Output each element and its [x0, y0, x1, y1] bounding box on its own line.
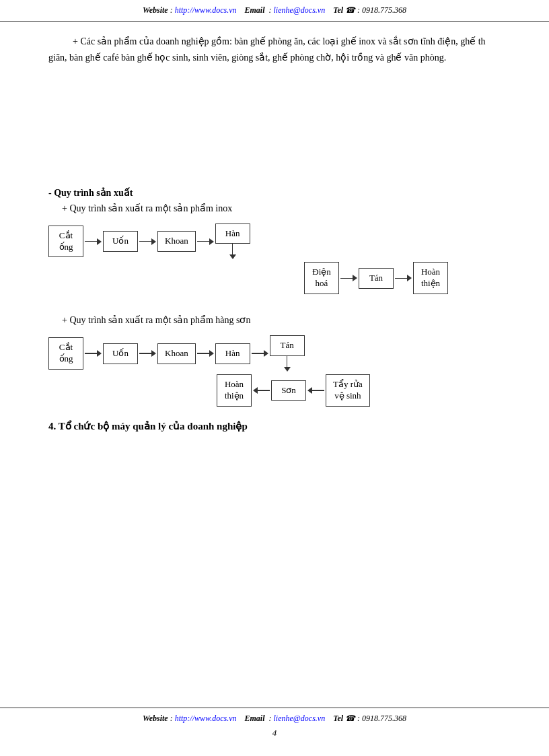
content-area: + Các sản phẩm của doanh nghiệp gồm: bàn…: [0, 22, 549, 486]
diagram2: Cắtống Uốn Khoan Hàn: [48, 335, 501, 407]
diagram2-row2: Hoànthiện Sơn Tẩy rửavệ sinh: [217, 374, 501, 407]
header-tel-number: 0918.775.368: [362, 5, 406, 15]
diag1-box-tan: Tán: [359, 268, 394, 289]
diag1-box-dien-hoa: Điệnhoá: [304, 262, 339, 294]
section4-title: 4. Tổ chức bộ máy quản lý của doanh nghi…: [48, 420, 501, 432]
header-email-label: Email: [244, 5, 264, 15]
footer-website-url[interactable]: http://www.docs.vn: [175, 714, 237, 723]
diag1-box-khoan: Khoan: [157, 231, 196, 252]
header: Website : http://www.docs.vn Email : lie…: [0, 0, 549, 22]
diag2-tan-col: Tán: [270, 335, 305, 372]
footer-website-label: Website: [143, 714, 168, 723]
diag1-arrow5: [395, 275, 412, 281]
page-number: 4: [27, 728, 522, 738]
diagram1-row2: Điệnhoá Tán Hoànthiện: [304, 262, 501, 294]
section-production: - Quy trình sản xuất + Quy trình sản xuấ…: [48, 187, 501, 432]
diag2-box-han: Hàn: [215, 343, 250, 364]
diag1-arrow1: [85, 238, 102, 245]
footer-email[interactable]: lienhe@docs.vn: [274, 714, 326, 723]
footer-email-label: Email: [244, 714, 264, 723]
diag1-han-col: Hàn: [215, 224, 250, 260]
diag2-box-khoan: Khoan: [157, 343, 196, 364]
production-sub2: + Quy trình sản xuất ra một sản phẩm hàn…: [62, 314, 501, 326]
header-tel-label: Tel: [333, 5, 343, 15]
intro-text: + Các sản phẩm của doanh nghiệp gồm: bàn…: [48, 34, 501, 66]
diagram2-row1: Cắtống Uốn Khoan Hàn: [48, 335, 501, 372]
diag1-box-cat-ong: Cắtống: [48, 226, 83, 258]
diag2-box-cat-ong: Cắtống: [48, 337, 83, 370]
diag1-arrow4: [340, 275, 357, 281]
header-email[interactable]: lienhe@docs.vn: [274, 5, 326, 15]
diag2-arrow1: [85, 350, 102, 357]
diag1-box-hoan-thien: Hoànthiện: [413, 262, 448, 294]
diag2-box-son: Sơn: [271, 380, 306, 401]
diag1-arrow2: [139, 238, 156, 245]
diag2-box-hoan-thien: Hoànthiện: [217, 374, 252, 407]
diag1-box-uon: Uốn: [103, 231, 138, 252]
diagram1-row1: Cắtống Uốn Khoan Hàn: [48, 224, 501, 260]
footer-tel-icon: ☎: [345, 714, 355, 723]
diag2-box-tan: Tán: [270, 335, 305, 356]
production-sub1: + Quy trình sản xuất ra một sản phẩm ino…: [62, 203, 501, 214]
header-website-label: Website: [143, 5, 168, 15]
footer-tel-label: Tel: [333, 714, 343, 723]
header-website-url[interactable]: http://www.docs.vn: [175, 5, 237, 15]
diag2-box-uon: Uốn: [103, 343, 138, 364]
footer: Website : http://www.docs.vn Email : lie…: [0, 708, 549, 744]
page: Website : http://www.docs.vn Email : lie…: [0, 0, 549, 756]
diag2-box-tay-rua: Tẩy rửavệ sinh: [326, 374, 370, 407]
footer-tel-number: 0918.775.368: [362, 714, 406, 723]
production-title: - Quy trình sản xuất: [48, 187, 501, 199]
diag2-arrow2: [139, 350, 156, 357]
diag1-arrow3: [197, 238, 214, 245]
diag1-box-han: Hàn: [215, 224, 250, 244]
diag2-arrow-left2: [307, 387, 324, 394]
diagram1: Cắtống Uốn Khoan Hàn: [48, 224, 501, 295]
diag2-arrow-left1: [253, 387, 270, 394]
header-tel-icon: ☎: [345, 5, 355, 15]
diag2-arrow4: [252, 350, 268, 357]
diag2-arrow3: [197, 350, 214, 357]
